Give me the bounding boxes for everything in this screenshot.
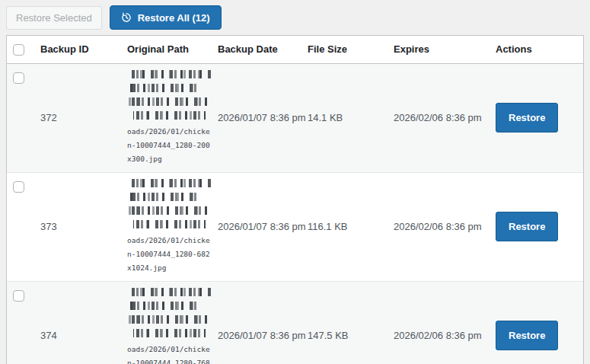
restore-button[interactable]: Restore (496, 321, 558, 350)
select-all-checkbox[interactable] (13, 44, 24, 56)
original-path-cell: oads/2026/01/chicken-10007444_1280-768x1… (121, 281, 212, 364)
column-header-backup-id: Backup ID (34, 36, 121, 63)
column-header-backup-date: Backup Date (212, 36, 301, 63)
row-checkbox[interactable] (13, 181, 24, 193)
backup-date-cell: 2026/01/07 8:36 pm (212, 63, 301, 172)
row-checkbox[interactable] (13, 290, 24, 302)
table-row: 373 oads/2026/01/chicken-10007444_1280-6… (7, 172, 583, 281)
table-row: 374 oads/2026/01/chicken-10007444_1280-7… (7, 281, 583, 364)
expires-cell: 2026/02/06 8:36 pm (387, 281, 490, 364)
restore-button[interactable]: Restore (496, 212, 558, 241)
expires-cell: 2026/02/06 8:36 pm (387, 172, 490, 281)
restore-selected-button[interactable]: Restore Selected (6, 6, 102, 30)
toolbar: Restore Selected Restore All (12) (6, 6, 584, 29)
expires-cell: 2026/02/06 8:36 pm (387, 63, 490, 172)
backup-id-cell: 374 (34, 281, 121, 364)
column-header-actions: Actions (490, 36, 583, 63)
column-header-original-path: Original Path (121, 36, 212, 63)
file-size-cell: 116.1 KB (301, 172, 387, 281)
row-checkbox[interactable] (13, 72, 24, 84)
backup-id-cell: 372 (34, 63, 121, 172)
restore-history-icon (121, 12, 132, 23)
redacted-path-prefix (127, 179, 211, 228)
path-text: oads/2026/01/chicken-10007444_1280-682x1… (127, 234, 211, 275)
backups-page: Restore Selected Restore All (12) (0, 0, 590, 364)
table-header-row: Backup ID Original Path Backup Date File… (7, 36, 583, 63)
backup-date-cell: 2026/01/07 8:36 pm (212, 281, 301, 364)
column-header-file-size: File Size (301, 36, 387, 63)
original-path-cell: oads/2026/01/chicken-10007444_1280-200x3… (121, 63, 212, 172)
restore-all-button[interactable]: Restore All (12) (110, 5, 222, 30)
original-path-cell: oads/2026/01/chicken-10007444_1280-682x1… (121, 172, 212, 281)
restore-all-button-label: Restore All (12) (138, 13, 210, 23)
column-header-expires: Expires (387, 36, 490, 63)
backups-table: Backup ID Original Path Backup Date File… (7, 36, 583, 364)
file-size-cell: 147.5 KB (301, 281, 387, 364)
backup-date-cell: 2026/01/07 8:36 pm (212, 172, 301, 281)
restore-button[interactable]: Restore (496, 103, 558, 133)
path-text: oads/2026/01/chicken-10007444_1280-200x3… (127, 125, 211, 166)
backup-id-cell: 373 (34, 172, 121, 281)
backups-table-container: Backup ID Original Path Backup Date File… (6, 35, 584, 364)
table-row: 372 oads/2026/01/chicken-10007444_1280-2… (7, 63, 583, 172)
redacted-path-prefix (127, 70, 211, 120)
file-size-cell: 14.1 KB (301, 63, 387, 172)
path-text: oads/2026/01/chicken-10007444_1280-768x1… (127, 343, 211, 364)
redacted-path-prefix (127, 288, 211, 337)
